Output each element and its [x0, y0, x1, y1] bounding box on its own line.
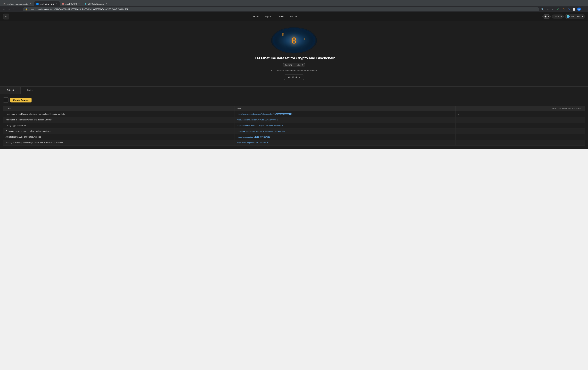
link-anchor[interactable]: https://academic.oup.com/rof/article/27/… — [237, 119, 278, 121]
browser-tab-1[interactable]: ⚙ quad-db.vercel.app/#/instanc... ✕ — [1, 1, 34, 6]
table-row: A Statistical Analysis of Cryptocurrenci… — [3, 134, 585, 140]
wallet-badge[interactable]: 0x46...635d ▾ — [565, 14, 585, 19]
cell-total — [455, 117, 585, 123]
update-dataset-button[interactable]: Update Dataset — [10, 98, 32, 102]
cell-link[interactable]: https://link.springer.com/article/10.100… — [235, 129, 455, 134]
tab-bar: ⚙ quad-db.vercel.app/#/instanc... ✕ 🌐 qu… — [0, 0, 588, 6]
cell-topic: Taxing cryptocurrencies — [3, 123, 235, 129]
table-row: Cryptocurrencies: market analysis and pe… — [3, 129, 585, 134]
cell-link[interactable]: https://academic.oup.com/oxrep/article/3… — [235, 123, 455, 129]
cell-link[interactable]: https://www.sciencedirect.com/science/ar… — [235, 111, 455, 117]
extensions-button[interactable]: ⬜ — [572, 7, 576, 11]
address-bar: ← → ↻ ⌂ 🔒 quad-db.vercel.app/#/instance?… — [0, 6, 588, 12]
menu-button[interactable]: ⋮ — [582, 7, 586, 11]
tab-favicon-4: 🌍 — [84, 3, 87, 5]
table-row: Privacy-Preserving Multi-Party Cross-Cha… — [3, 140, 585, 146]
cell-topic: Privacy-Preserving Multi-Party Cross-Cha… — [3, 140, 235, 146]
hero-address-badge[interactable]: 0X464E...F7635D — [283, 63, 305, 67]
home-button[interactable]: ⌂ — [18, 7, 21, 11]
star-icon[interactable]: ☆ — [546, 7, 550, 11]
cell-link[interactable]: https://academic.oup.com/rof/article/27/… — [235, 117, 455, 123]
tab-dataset[interactable]: Dataset — [0, 87, 21, 94]
wallet-avatar — [567, 15, 570, 18]
hero-description: LLM Finetune dataset for Crypto and Bloc… — [271, 69, 317, 72]
dot-divider-icon — [458, 114, 459, 115]
nav-explore[interactable]: Explore — [262, 14, 275, 19]
extension-icon-2[interactable]: ⬡ — [556, 7, 560, 11]
hero-image: ₿ ₿ ₿ — [271, 27, 317, 54]
contributors-button[interactable]: Contributors — [284, 75, 304, 80]
navbar: ⚙ Home Explore Profile MACIQV ◆ ▾ 1.55 E… — [0, 12, 588, 21]
tab-close-3[interactable]: ✕ — [78, 3, 80, 5]
eth-dropdown-icon: ▾ — [548, 15, 549, 18]
tabs-bar: Dataset Codes — [0, 87, 588, 94]
extension-icon-4[interactable]: ⬡ — [567, 7, 571, 11]
wallet-address: 0x46...635d — [571, 15, 581, 18]
link-anchor[interactable]: https://www.sciencedirect.com/science/ar… — [237, 113, 293, 115]
cell-link[interactable]: https://www.mdpi.com/1911-8074/10/2/12 — [235, 134, 455, 140]
browser-tab-3[interactable]: 🐙 nijoe1/QUADB ✕ — [60, 1, 82, 6]
profile-icon[interactable]: N — [577, 8, 581, 11]
main-content: Dataset Codes i Update Dataset TOPIC LIN… — [0, 87, 588, 149]
table-header-row: TOPIC LINK TOTAL = 73 PAPERS ACROSS THE … — [3, 106, 585, 111]
cell-topic: Information in Financial Markets and Its… — [3, 117, 235, 123]
nav-maciqv[interactable]: MACIQV — [287, 14, 301, 19]
cell-topic: A Statistical Analysis of Cryptocurrenci… — [3, 134, 235, 140]
data-table: TOPIC LINK TOTAL = 73 PAPERS ACROSS THE … — [3, 106, 585, 146]
table-row: The impact of the Russian-Ukrainian war … — [3, 111, 585, 117]
cell-topic: The impact of the Russian-Ukrainian war … — [3, 111, 235, 117]
eth-amount-badge[interactable]: 1.55 ETH — [552, 15, 564, 19]
logo-icon: ⚙ — [5, 15, 7, 18]
refresh-button[interactable]: ↻ — [12, 7, 16, 11]
browser-tab-2[interactable]: 🌐 quadb.eth on ENS ✕ — [34, 1, 60, 6]
tab-close-2[interactable]: ✕ — [55, 3, 58, 5]
info-button[interactable]: i — [3, 98, 9, 103]
back-button[interactable]: ← — [2, 7, 6, 11]
search-icon[interactable]: 🔍 — [541, 7, 545, 11]
url-text: quad-db.vercel.app/#/instance?id=0xe435b… — [29, 8, 537, 11]
hero-title: LLM Finetune dataset for Crypto and Bloc… — [252, 56, 335, 60]
browser-chrome: ⚙ quad-db.vercel.app/#/instanc... ✕ 🌐 qu… — [0, 0, 588, 12]
link-anchor[interactable]: https://academic.oup.com/oxrep/article/3… — [237, 125, 283, 127]
tab-close-1[interactable]: ✕ — [30, 3, 32, 5]
browser-tab-4[interactable]: 🌍 ETHGlobal Brussels ✕ — [83, 1, 109, 6]
navbar-right: ◆ ▾ 1.55 ETH 0x46...635d ▾ — [542, 14, 585, 19]
cell-total — [455, 111, 585, 117]
tab-title-2: quadb.eth on ENS — [40, 3, 54, 5]
url-bar[interactable]: 🔒 quad-db.vercel.app/#/instance?id=0xe43… — [23, 7, 539, 11]
cell-total — [455, 134, 585, 140]
hero-image-inner: ₿ ₿ ₿ — [273, 28, 315, 53]
tab-title-3: nijoe1/QUADB — [65, 3, 77, 5]
cell-total — [455, 129, 585, 134]
dataset-content: i Update Dataset TOPIC LINK TOTAL = 73 P… — [0, 94, 588, 149]
link-anchor[interactable]: https://www.mdpi.com/2410-387X/8/1/6 — [237, 142, 268, 144]
new-tab-button[interactable]: + — [110, 2, 114, 6]
logo[interactable]: ⚙ — [3, 14, 9, 20]
nav-home[interactable]: Home — [251, 14, 262, 19]
col-link: LINK — [235, 106, 455, 111]
app-container: ⚙ Home Explore Profile MACIQV ◆ ▾ 1.55 E… — [0, 12, 588, 369]
nav-profile[interactable]: Profile — [275, 14, 287, 19]
tab-title-4: ETHGlobal Brussels — [88, 3, 104, 5]
eth-amount: 1.55 ETH — [554, 15, 562, 18]
forward-button[interactable]: → — [7, 7, 11, 11]
link-anchor[interactable]: https://www.mdpi.com/1911-8074/10/2/12 — [237, 136, 270, 138]
extension-icon-3[interactable]: ⬡ — [562, 7, 566, 11]
cell-total — [455, 140, 585, 146]
cell-link[interactable]: https://www.mdpi.com/2410-387X/8/1/6 — [235, 140, 455, 146]
btc-symbol: ₿ — [292, 35, 296, 45]
tab-favicon-3: 🐙 — [62, 3, 64, 5]
extension-icon-1[interactable]: ⬡ — [551, 7, 555, 11]
dataset-toolbar: i Update Dataset — [3, 98, 585, 103]
link-anchor[interactable]: https://link.springer.com/article/10.100… — [237, 130, 285, 132]
tab-title-1: quad-db.vercel.app/#/instanc... — [7, 3, 29, 5]
eth-badge[interactable]: ◆ ▾ — [542, 14, 551, 19]
lock-icon: 🔒 — [25, 8, 28, 11]
table-row: Information in Financial Markets and Its… — [3, 117, 585, 123]
tab-codes[interactable]: Codes — [21, 87, 40, 94]
browser-actions: 🔍 ☆ ⬡ ⬡ ⬡ ⬡ ⬜ N ⋮ — [541, 7, 586, 11]
hero-section: ₿ ₿ ₿ LLM Finetune dataset for Crypto an… — [0, 21, 588, 87]
cell-topic: Cryptocurrencies: market analysis and pe… — [3, 129, 235, 134]
eth-icon: ◆ — [544, 15, 547, 18]
tab-close-4[interactable]: ✕ — [105, 3, 107, 5]
